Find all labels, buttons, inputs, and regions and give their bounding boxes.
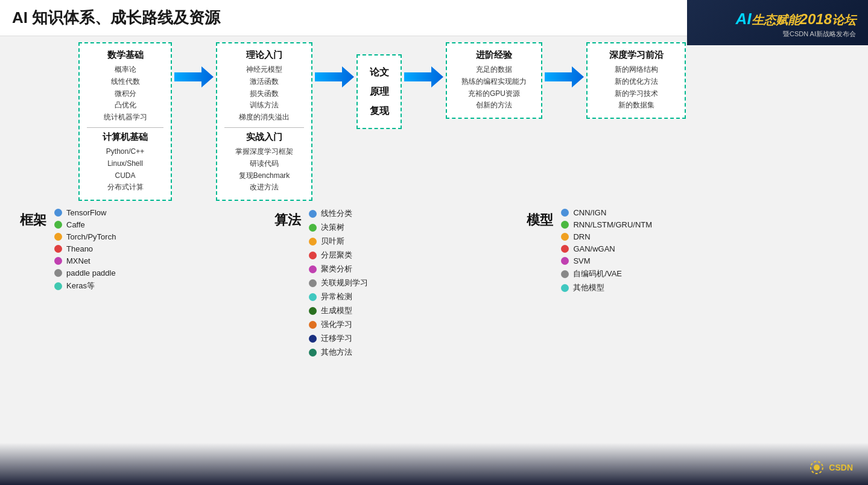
dot-bayes [309, 238, 317, 246]
theory-title: 理论入门 [224, 49, 304, 61]
dot-linear [309, 210, 317, 218]
list-item: GAN/wGAN [561, 244, 652, 253]
logo-subtitle: 暨CSDN AI新战略发布会 [783, 30, 856, 39]
svg-marker-0 [174, 66, 214, 87]
list-item: Theano [54, 244, 116, 253]
dot-cluster2 [309, 265, 317, 273]
dot-ae [561, 270, 569, 278]
dot-anomaly [309, 293, 317, 301]
list-item: 强化学习 [309, 319, 368, 330]
arrow-1 [174, 63, 214, 90]
list-item: MXNet [54, 256, 116, 265]
theory-items: 神经元模型 激活函数 损失函数 训练方法 梯度的消失溢出 [224, 64, 304, 124]
model-list: CNN/IGN RNN/LSTM/GRU/NTM DRN GAN/wGAN SV… [561, 208, 652, 293]
frontier-items: 新的网络结构 新的优化方法 新的学习技术 新的数据集 [595, 64, 677, 112]
dot-torch [54, 233, 62, 241]
dot-dt [309, 224, 317, 232]
dot-svm [561, 257, 569, 265]
dot-other-alg [309, 349, 317, 357]
box-math-computer: 数学基础 概率论 线性代数 微积分 凸优化 统计机器学习 计算机基础 Pytho… [78, 42, 172, 201]
framework-label: 框架 [18, 211, 48, 229]
math-title: 数学基础 [87, 49, 163, 61]
list-item: Caffe [54, 220, 116, 229]
csdn-logo: CSDN [808, 459, 853, 476]
dot-assoc [309, 279, 317, 287]
dot-keras [54, 282, 62, 290]
list-item: 聚类分析 [309, 264, 368, 274]
dot-cnn [561, 209, 569, 217]
flow-diagram: 数学基础 概率论 线性代数 微积分 凸优化 统计机器学习 计算机基础 Pytho… [78, 42, 856, 201]
list-item: 异常检测 [309, 291, 368, 302]
arrow-2 [315, 63, 354, 90]
svg-marker-1 [315, 66, 354, 87]
csdn-text: CSDN [829, 463, 853, 472]
dot-gen [309, 307, 317, 315]
box-theory-practice: 理论入门 神经元模型 激活函数 损失函数 训练方法 梯度的消失溢出 实战入门 掌… [216, 42, 312, 201]
list-item: 决策树 [309, 222, 368, 233]
math-items: 概率论 线性代数 微积分 凸优化 统计机器学习 [87, 64, 163, 124]
practice-items: 掌握深度学习框架 研读代码 复现Benchmark 改进方法 [224, 146, 304, 194]
list-item: paddle paddle [54, 268, 116, 277]
list-item: 其他模型 [561, 282, 652, 293]
computer-title: 计算机基础 [87, 132, 163, 143]
algorithm-section: 算法 线性分类 决策树 贝叶斯 分层聚类 [273, 208, 368, 358]
list-item: 线性分类 [309, 208, 368, 219]
page-title: AI 知识体系、成长路线及资源 [12, 7, 220, 28]
logo-panel: AI 生态赋能 2018 论坛 暨CSDN AI新战略发布会 [687, 0, 868, 45]
svg-marker-3 [545, 66, 584, 87]
dot-gan [561, 245, 569, 253]
dot-drn [561, 233, 569, 241]
list-item: 自编码机/VAE [561, 268, 652, 279]
frontier-title: 深度学习前沿 [595, 49, 677, 61]
list-item: CNN/IGN [561, 208, 652, 217]
arrow-4 [545, 63, 584, 90]
list-item: RNN/LSTM/GRU/NTM [561, 220, 652, 229]
logo-brand-text: AI 生态赋能 2018 论坛 [736, 10, 856, 28]
advanced-items: 充足的数据 熟练的编程实现能力 充裕的GPU资源 创新的方法 [454, 64, 534, 112]
framework-section: 框架 TensorFlow Caffe Torch/PyTorch Theano [18, 208, 116, 291]
csdn-icon [808, 459, 825, 476]
logo-year: 2018 [800, 11, 832, 28]
algorithm-label: 算法 [273, 211, 303, 229]
bottom-decoration [0, 443, 868, 485]
main-content: 数学基础 概率论 线性代数 微积分 凸优化 统计机器学习 计算机基础 Pytho… [0, 33, 868, 485]
dot-other-model [561, 284, 569, 292]
list-item: 贝叶斯 [309, 236, 368, 247]
list-item: TensorFlow [54, 208, 116, 217]
dot-rl [309, 321, 317, 329]
dot-paddle [54, 269, 62, 277]
algorithm-list: 线性分类 决策树 贝叶斯 分层聚类 聚类分析 [309, 208, 368, 358]
list-item: DRN [561, 232, 652, 241]
dot-rnn [561, 221, 569, 229]
list-item: 分层聚类 [309, 250, 368, 261]
list-item: Torch/PyTorch [54, 232, 116, 241]
list-item: Keras等 [54, 281, 116, 291]
dot-transfer [309, 335, 317, 343]
practice-title: 实战入门 [224, 132, 304, 143]
box-frontier: 深度学习前沿 新的网络结构 新的优化方法 新的学习技术 新的数据集 [586, 42, 686, 119]
logo-forum: 论坛 [832, 12, 856, 28]
dot-caffe [54, 221, 62, 229]
framework-list: TensorFlow Caffe Torch/PyTorch Theano MX… [54, 208, 116, 291]
list-item: 生成模型 [309, 305, 368, 316]
list-item: 迁移学习 [309, 333, 368, 344]
dot-mxnet [54, 257, 62, 265]
arrow-3 [404, 63, 443, 90]
svg-marker-2 [404, 66, 443, 87]
list-item: 关联规则学习 [309, 277, 368, 288]
model-label: 模型 [525, 211, 555, 229]
svg-point-4 [814, 464, 820, 471]
model-section: 模型 CNN/IGN RNN/LSTM/GRU/NTM DRN GAN/wGAN [525, 208, 652, 293]
dot-theano [54, 245, 62, 253]
dot-tensorflow [54, 209, 62, 217]
box-advanced: 进阶经验 充足的数据 熟练的编程实现能力 充裕的GPU资源 创新的方法 [446, 42, 542, 119]
logo-ai: AI [736, 10, 752, 28]
bottom-legend-row: 框架 TensorFlow Caffe Torch/PyTorch Theano [12, 208, 856, 358]
logo-eco: 生态赋能 [752, 12, 800, 28]
list-item: SVM [561, 256, 652, 265]
computer-items: Python/C++ Linux/Shell CUDA 分布式计算 [87, 146, 163, 194]
dot-cluster [309, 252, 317, 259]
box-paper: 论文 原理 复现 [356, 54, 402, 129]
list-item: 其他方法 [309, 347, 368, 358]
advanced-title: 进阶经验 [454, 49, 534, 61]
